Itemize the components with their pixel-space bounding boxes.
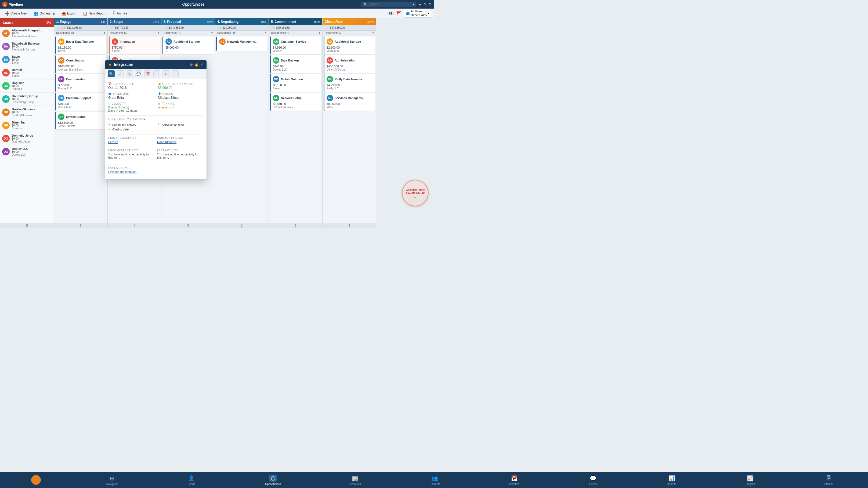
fitness-ok-icon1: ✔ (108, 123, 111, 126)
create-new-button[interactable]: ➕ Create New (2, 10, 30, 17)
fitness-activities-time: ❗ Activities on time (156, 123, 203, 126)
toolbar-comment-btn[interactable]: 💬 (135, 70, 142, 77)
upcoming-activity-section: UPCOMING ACTIVITY You have no finished a… (108, 149, 154, 159)
popup-star-icon[interactable]: ★ (108, 62, 112, 67)
closing-date-label: 📅 CLOSING DATE (108, 83, 154, 85)
top-bar-right: 🔍 ▾ ★ ? ⚙ (361, 2, 432, 7)
popup-body: 📅 CLOSING DATE Oct 11, 2018 💰 OPPORTUNIT… (105, 79, 207, 179)
search-icon: 🔍 (363, 2, 367, 6)
last-message-value[interactable]: Finished presentation. (108, 170, 203, 173)
export-label: Export (67, 11, 76, 15)
pipeline-area: Leads 0% AL Altenwerth Integrati... $0.0… (0, 18, 434, 228)
popup-close-icon[interactable]: ✕ (200, 63, 203, 67)
archive-button[interactable]: 🗄 Archive (109, 10, 130, 17)
toolbar-attach-btn[interactable]: 📎 (126, 70, 133, 77)
filter-dropdown-icon: ▾ (428, 11, 429, 15)
fitness-ok-icon2: ✔ (108, 128, 111, 131)
money-icon: 💰 (158, 83, 161, 85)
account-contact-grid: PRIMARY ACCOUNT Bernier PRIMARY CONTACT … (108, 137, 203, 162)
ownership-button[interactable]: 👥 Ownership (31, 10, 58, 17)
star3: ★ (165, 106, 168, 109)
logo-icon: 🔥 (2, 2, 7, 7)
fitness-activities-label: Activities on time (162, 123, 184, 126)
last-message-section: LAST MESSAGE Finished presentation. (108, 166, 203, 173)
report-icon: 📋 (83, 11, 87, 15)
primary-account-label: PRIMARY ACCOUNT (108, 137, 154, 139)
closing-date-value: Oct 11, 2018 (108, 86, 154, 90)
popup-actions: ⊕ 🔥 ✕ (190, 63, 203, 67)
fitness-closing: ✔ Closing date (108, 128, 155, 131)
owner-icon: 👤 (158, 92, 161, 95)
last-activity-section: LAST ACTIVITY You have no finished activ… (157, 149, 203, 159)
upcoming-activity-value: You have no finished activity for this i… (108, 153, 154, 159)
popup-toolbar: 🔍 ✓ 📎 💬 📅 📄 ⊘ ⋯ (105, 69, 207, 79)
owner-label: 👤 OWNER (158, 92, 203, 95)
popup-overlay: ★ Integration ⊕ 🔥 ✕ 🔍 ✓ 📎 💬 📅 📄 ⊘ ⋯ (0, 18, 434, 228)
ranking-icon: ★ (158, 102, 161, 105)
opp-value-field: 💰 OPPORTUNITY VALUE $5,000.00 (158, 83, 203, 90)
primary-account-value[interactable]: Bernier (108, 140, 154, 143)
fitness-header: OPPORTUNITY FITNESS ❤ (108, 118, 203, 121)
fitness-heart-icon: ❤ (143, 118, 146, 121)
popup-target-icon[interactable]: ⊕ (190, 63, 193, 67)
owner-value: Nikolaus Kimla (158, 96, 203, 100)
fitness-closing-label: Closing date (112, 128, 129, 131)
closing-date-field: 📅 CLOSING DATE Oct 11, 2018 (108, 83, 154, 90)
search-box[interactable]: 🔍 ▾ (361, 2, 416, 7)
all-users-label: All Users Direct Sales (411, 10, 427, 17)
velocity-label: ↻ VELOCITY (108, 102, 154, 105)
create-label: Create New (10, 11, 27, 15)
sales-unit-label: 👥 SALES UNIT (108, 92, 154, 95)
ownership-icon: 👥 (34, 11, 38, 15)
toolbar-calendar-btn[interactable]: 📅 (144, 70, 151, 77)
total-count: 61 (387, 11, 394, 15)
ranking-field: ★ RANKING ★ ★ ★ ★ ★ (158, 102, 203, 112)
velocity-step: Days in step: 12 day(s) (108, 109, 154, 112)
app-logo: 🔥 Pipeliner (2, 2, 23, 7)
popup-fire-icon[interactable]: 🔥 (194, 63, 199, 67)
star1: ★ (158, 106, 161, 109)
popup-divider1 (108, 116, 203, 116)
opp-value-label: 💰 OPPORTUNITY VALUE (158, 83, 203, 85)
toolbar-search-btn[interactable]: 🔍 (108, 70, 115, 77)
toolbar-doc-btn[interactable]: 📄 (153, 70, 160, 77)
popup-details-grid: 📅 CLOSING DATE Oct 11, 2018 💰 OPPORTUNIT… (108, 83, 203, 112)
primary-contact-value[interactable]: Ivana Kleinova (157, 140, 203, 143)
fitness-scheduled: ✔ Scheduled activity (108, 123, 155, 126)
primary-account-section: PRIMARY ACCOUNT Bernier (108, 137, 154, 143)
flag-icon: 🚩 (396, 11, 402, 16)
action-bar-right: 61 🚩 👥 All Users Direct Sales ▾ (387, 9, 432, 18)
ranking-stars: ★ ★ ★ ★ ★ (158, 106, 203, 109)
velocity-icon: ↻ (108, 102, 111, 105)
star5: ★ (172, 106, 175, 109)
last-message-label: LAST MESSAGE (108, 166, 203, 169)
top-bar: 🔥 Pipeliner Opportunities 🔍 ▾ ★ ? ⚙ (0, 0, 434, 9)
create-icon: ➕ (5, 11, 9, 15)
help-icon[interactable]: ? (424, 2, 426, 6)
last-activity-value: You have no finished activity for this i… (157, 153, 203, 159)
export-button[interactable]: 📤 Export (59, 10, 79, 17)
star4: ★ (168, 106, 172, 109)
settings-icon[interactable]: ⚙ (428, 2, 432, 6)
page-title: Opportunities (28, 2, 359, 6)
ownership-label: Ownership (39, 11, 55, 15)
velocity-field: ↻ VELOCITY Due in: 8 day(s) Days in step… (108, 102, 154, 112)
search-input[interactable] (369, 2, 411, 6)
toolbar-more-btn[interactable]: ⋯ (172, 70, 179, 77)
toolbar-check-btn[interactable]: ✓ (117, 70, 124, 77)
unit-icon: 👥 (108, 92, 112, 95)
upcoming-activity-label: UPCOMING ACTIVITY (108, 149, 154, 152)
popup-header: ★ Integration ⊕ 🔥 ✕ (105, 60, 207, 69)
action-bar: ➕ Create New 👥 Ownership 📤 Export 📋 New … (0, 9, 434, 18)
primary-contact-section: PRIMARY CONTACT Ivana Kleinova (157, 137, 203, 143)
archive-label: Archive (117, 11, 128, 15)
sales-unit-field: 👥 SALES UNIT Great Britain (108, 92, 154, 100)
app-name: Pipeliner (9, 2, 23, 6)
new-report-label: New Report (88, 11, 105, 15)
user-filter[interactable]: 👥 All Users Direct Sales ▾ (404, 9, 432, 18)
search-dropdown-icon[interactable]: ▾ (412, 2, 414, 6)
toolbar-block-btn[interactable]: ⊘ (162, 70, 169, 77)
new-report-button[interactable]: 📋 New Report (80, 10, 108, 17)
star-icon[interactable]: ★ (418, 2, 422, 6)
fitness-scheduled-label: Scheduled activity (112, 123, 136, 126)
